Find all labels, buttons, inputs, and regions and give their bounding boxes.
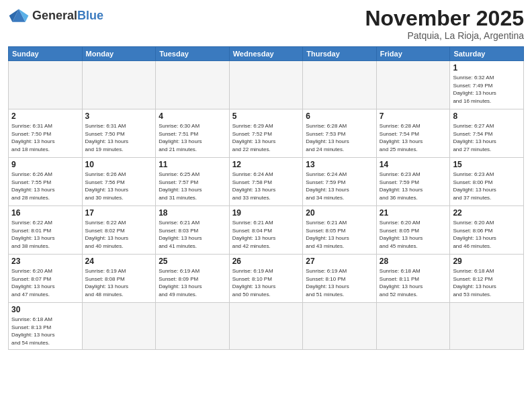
calendar-cell: 1Sunrise: 6:32 AM Sunset: 7:49 PM Daylig… [450,61,524,109]
day-number: 29 [453,257,521,266]
day-number: 13 [306,160,373,169]
calendar-cell [303,303,377,349]
day-info: Sunrise: 6:29 AM Sunset: 7:52 PM Dayligh… [232,122,300,153]
calendar-cell [156,303,230,349]
logo-text: GeneralBlue [32,9,103,23]
col-header-saturday: Saturday [450,47,524,61]
calendar-cell [229,61,303,109]
day-info: Sunrise: 6:26 AM Sunset: 7:56 PM Dayligh… [85,171,153,201]
logo: GeneralBlue [8,7,103,26]
day-number: 1 [453,63,521,73]
calendar-row-5: 30Sunrise: 6:18 AM Sunset: 8:13 PM Dayli… [9,303,524,349]
calendar-cell: 16Sunrise: 6:22 AM Sunset: 8:01 PM Dayli… [9,206,83,255]
day-number: 9 [11,160,79,169]
calendar-row-1: 2Sunrise: 6:31 AM Sunset: 7:50 PM Daylig… [9,109,524,158]
calendar-header-row: SundayMondayTuesdayWednesdayThursdayFrid… [9,47,524,61]
calendar-cell: 3Sunrise: 6:31 AM Sunset: 7:50 PM Daylig… [82,109,156,158]
day-number: 16 [11,208,79,218]
calendar-row-3: 16Sunrise: 6:22 AM Sunset: 8:01 PM Dayli… [9,206,524,255]
calendar-cell [82,303,156,349]
day-number: 20 [306,208,373,218]
day-info: Sunrise: 6:20 AM Sunset: 8:05 PM Dayligh… [380,219,447,250]
day-number: 27 [306,257,373,266]
calendar-cell [376,61,450,109]
calendar-cell: 18Sunrise: 6:21 AM Sunset: 8:03 PM Dayli… [156,206,230,255]
calendar-cell [156,61,230,109]
calendar-cell: 29Sunrise: 6:18 AM Sunset: 8:12 PM Dayli… [450,255,524,303]
calendar-row-4: 23Sunrise: 6:20 AM Sunset: 8:07 PM Dayli… [9,255,524,303]
day-info: Sunrise: 6:19 AM Sunset: 8:09 PM Dayligh… [159,267,226,298]
location: Patquia, La Rioja, Argentina [365,30,524,41]
day-number: 17 [85,208,153,218]
day-info: Sunrise: 6:27 AM Sunset: 7:54 PM Dayligh… [453,122,521,153]
day-info: Sunrise: 6:31 AM Sunset: 7:50 PM Dayligh… [11,122,79,153]
day-info: Sunrise: 6:19 AM Sunset: 8:10 PM Dayligh… [306,267,373,298]
calendar-cell [82,61,156,109]
calendar-cell: 8Sunrise: 6:27 AM Sunset: 7:54 PM Daylig… [450,109,524,158]
calendar-cell [229,303,303,349]
day-info: Sunrise: 6:23 AM Sunset: 7:59 PM Dayligh… [380,171,447,201]
calendar-cell [376,303,450,349]
day-number: 10 [85,160,153,169]
day-number: 11 [159,160,226,169]
day-info: Sunrise: 6:20 AM Sunset: 8:06 PM Dayligh… [453,219,521,250]
calendar-cell: 23Sunrise: 6:20 AM Sunset: 8:07 PM Dayli… [9,255,83,303]
day-info: Sunrise: 6:28 AM Sunset: 7:53 PM Dayligh… [306,122,373,153]
day-info: Sunrise: 6:21 AM Sunset: 8:05 PM Dayligh… [306,219,373,250]
day-info: Sunrise: 6:24 AM Sunset: 7:58 PM Dayligh… [232,171,300,201]
day-number: 15 [453,160,521,169]
day-info: Sunrise: 6:19 AM Sunset: 8:08 PM Dayligh… [85,267,153,298]
day-info: Sunrise: 6:24 AM Sunset: 7:59 PM Dayligh… [306,171,373,201]
calendar-cell [9,61,83,109]
day-number: 19 [232,208,300,218]
calendar-cell: 20Sunrise: 6:21 AM Sunset: 8:05 PM Dayli… [303,206,377,255]
day-number: 21 [380,208,447,218]
calendar-cell: 11Sunrise: 6:25 AM Sunset: 7:57 PM Dayli… [156,158,230,206]
day-number: 2 [11,111,79,121]
day-info: Sunrise: 6:18 AM Sunset: 8:13 PM Dayligh… [11,316,79,347]
day-number: 23 [11,257,79,266]
calendar-cell: 24Sunrise: 6:19 AM Sunset: 8:08 PM Dayli… [82,255,156,303]
calendar-cell [450,303,524,349]
calendar-cell: 10Sunrise: 6:26 AM Sunset: 7:56 PM Dayli… [82,158,156,206]
calendar-cell: 27Sunrise: 6:19 AM Sunset: 8:10 PM Dayli… [303,255,377,303]
day-info: Sunrise: 6:19 AM Sunset: 8:10 PM Dayligh… [232,267,300,298]
day-number: 30 [11,305,79,314]
logo-icon [8,7,30,26]
calendar-cell: 7Sunrise: 6:28 AM Sunset: 7:54 PM Daylig… [376,109,450,158]
col-header-friday: Friday [376,47,450,61]
calendar-row-0: 1Sunrise: 6:32 AM Sunset: 7:49 PM Daylig… [9,61,524,109]
calendar-cell: 4Sunrise: 6:30 AM Sunset: 7:51 PM Daylig… [156,109,230,158]
logo-blue: Blue [77,9,103,22]
day-number: 7 [380,111,447,121]
col-header-wednesday: Wednesday [229,47,303,61]
title-block: November 2025 Patquia, La Rioja, Argenti… [365,7,524,41]
day-number: 5 [232,111,300,121]
day-info: Sunrise: 6:23 AM Sunset: 8:00 PM Dayligh… [453,171,521,201]
calendar-cell: 2Sunrise: 6:31 AM Sunset: 7:50 PM Daylig… [9,109,83,158]
calendar-cell: 26Sunrise: 6:19 AM Sunset: 8:10 PM Dayli… [229,255,303,303]
col-header-monday: Monday [82,47,156,61]
calendar-cell: 21Sunrise: 6:20 AM Sunset: 8:05 PM Dayli… [376,206,450,255]
col-header-tuesday: Tuesday [156,47,230,61]
day-number: 28 [380,257,447,266]
calendar-cell [303,61,377,109]
calendar-cell: 6Sunrise: 6:28 AM Sunset: 7:53 PM Daylig… [303,109,377,158]
day-info: Sunrise: 6:18 AM Sunset: 8:11 PM Dayligh… [380,267,447,298]
day-info: Sunrise: 6:26 AM Sunset: 7:55 PM Dayligh… [11,171,79,201]
calendar-row-2: 9Sunrise: 6:26 AM Sunset: 7:55 PM Daylig… [9,158,524,206]
calendar-cell: 22Sunrise: 6:20 AM Sunset: 8:06 PM Dayli… [450,206,524,255]
day-info: Sunrise: 6:18 AM Sunset: 8:12 PM Dayligh… [453,267,521,298]
day-info: Sunrise: 6:25 AM Sunset: 7:57 PM Dayligh… [159,171,226,201]
calendar-cell: 19Sunrise: 6:21 AM Sunset: 8:04 PM Dayli… [229,206,303,255]
day-number: 6 [306,111,373,121]
calendar-cell: 30Sunrise: 6:18 AM Sunset: 8:13 PM Dayli… [9,303,83,349]
calendar-cell: 14Sunrise: 6:23 AM Sunset: 7:59 PM Dayli… [376,158,450,206]
calendar-cell: 15Sunrise: 6:23 AM Sunset: 8:00 PM Dayli… [450,158,524,206]
day-number: 3 [85,111,153,121]
col-header-thursday: Thursday [303,47,377,61]
calendar-cell: 5Sunrise: 6:29 AM Sunset: 7:52 PM Daylig… [229,109,303,158]
day-number: 14 [380,160,447,169]
day-info: Sunrise: 6:21 AM Sunset: 8:04 PM Dayligh… [232,219,300,250]
col-header-sunday: Sunday [9,47,83,61]
